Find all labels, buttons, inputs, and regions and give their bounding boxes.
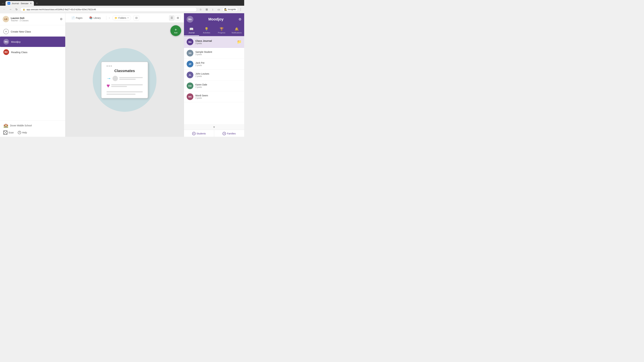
card-line-4 [111, 86, 127, 87]
create-class-icon: + [3, 29, 9, 34]
student-posts-jackpot: 2 posts [196, 64, 242, 66]
sidebar-item-reading[interactable]: RC Reading Class [0, 47, 65, 57]
student-info-sample: Sample Student 3 posts [196, 51, 242, 56]
back-btn[interactable]: ← [2, 7, 7, 12]
card-line-6 [106, 94, 136, 95]
chevron-down-icon: ▼ [127, 17, 129, 19]
student-row-sample[interactable]: SS Sample Student 3 posts [184, 48, 244, 59]
notifications-tab-icon: 🔔 [234, 27, 239, 31]
lock-icon: 🔒 [23, 8, 25, 10]
student-avatar-mordiseem: MS [187, 93, 193, 100]
new-tab-btn[interactable]: + [34, 1, 39, 6]
browser-menu-btn[interactable]: ⋮ [239, 7, 242, 11]
notifications-tab-label: Notifications [232, 32, 242, 34]
student-avatar-johnlouises: JL [187, 71, 193, 78]
tab-activities[interactable]: 💡 Activities [199, 25, 214, 36]
active-tab[interactable]: S Journal - Seesaw ✕ [6, 1, 34, 6]
folders-label: Folders [118, 16, 126, 19]
user-name: Lauren Deli [11, 16, 28, 19]
create-new-class-btn[interactable]: + Create New Class [0, 26, 65, 36]
browser-chrome: ‹ › S Journal - Seesaw ✕ + ← → ↻ 🔒 app.s… [0, 0, 244, 13]
tab-favicon: S [8, 2, 10, 5]
add-families-btn[interactable]: + Families [214, 130, 244, 137]
classmates-title: Classmates [106, 69, 143, 73]
activities-tab-icon: 💡 [204, 27, 209, 31]
journal-tab-label: Journal [188, 32, 194, 34]
circle-background: Classmates → [93, 48, 156, 112]
person-avatar [112, 76, 118, 81]
tab-library[interactable]: 📚 Library [86, 15, 104, 21]
panel-settings-icon[interactable]: ⚙ [238, 17, 242, 21]
class-journal-row[interactable]: Mo Class Journal 3 posts 📁 [184, 36, 244, 48]
panel-header: Mo Moodjoy ⚙ [184, 13, 244, 25]
nav-prev-tab[interactable]: ‹ › [1, 2, 5, 5]
student-avatar-karendale: KD [187, 82, 193, 89]
students-label: Students [196, 132, 206, 135]
card-dot-3 [110, 65, 112, 67]
settings-icon[interactable]: ⚙ [60, 17, 62, 21]
panel-class-avatar: Mo [187, 16, 193, 23]
help-btn[interactable]: ? Help [18, 131, 27, 135]
student-row-mordiseem[interactable]: MS Mordi Seem 2 posts [184, 91, 244, 102]
class-journal-info: Class Journal 3 posts [196, 39, 235, 44]
card-lines-2 [111, 84, 143, 87]
help-label: Help [22, 131, 27, 134]
bookmark-btn[interactable]: ☆ [198, 7, 203, 12]
card-row-2: ♥ [106, 82, 143, 89]
address-bar[interactable]: 🔒 app.seesaw.me/#/class/class.e01bf4c2-9… [20, 7, 197, 12]
add-students-btn[interactable]: + Students [184, 130, 214, 137]
pages-icon: 📄 [72, 16, 75, 19]
grid-view-btn[interactable]: ⊞ [175, 15, 180, 21]
create-class-label: Create New Class [11, 30, 31, 33]
panel-scroll-down-btn[interactable]: ▼ [184, 124, 244, 130]
classmates-card: Classmates → [101, 62, 148, 98]
add-plus-icon: + [174, 28, 177, 32]
extensions-btn[interactable]: ⊞ [204, 7, 209, 12]
panel-tabs: 📖 Journal 💡 Activities 🏆 Progress 🔔 Noti… [184, 25, 244, 36]
avatar-initials: LD [4, 18, 7, 20]
card-line-3 [111, 84, 143, 85]
scan-btn[interactable]: Scan [3, 131, 14, 135]
progress-tab-icon: 🏆 [220, 27, 224, 31]
tab-progress[interactable]: 🏆 Progress [214, 25, 229, 36]
cast-btn[interactable]: ▭ [216, 7, 221, 12]
help-icon: ? [18, 131, 21, 134]
student-row-karendale[interactable]: KD Karen Dale 2 posts [184, 80, 244, 91]
folders-btn[interactable]: 📁 Folders ▼ [112, 15, 131, 20]
add-button[interactable]: + Add [170, 25, 181, 36]
download-btn[interactable]: ↓ [210, 7, 215, 12]
toolbar-tabs: 📄 Pages 📚 Library [69, 15, 104, 21]
tab-pages[interactable]: 📄 Pages [69, 15, 85, 21]
student-row-johnlouises[interactable]: JL John Louises 2 posts [184, 69, 244, 80]
filter-icon: ⊟ [135, 16, 138, 19]
user-role: Teacher - 2 Classes [11, 19, 28, 22]
library-icon: 📚 [89, 16, 92, 19]
refresh-btn[interactable]: ↻ [14, 7, 19, 12]
student-name-sample: Sample Student [196, 51, 242, 53]
student-row-jackpot[interactable]: JP Jack Pot 2 posts [184, 59, 244, 69]
sidebar: LD Lauren Deli Teacher - 2 Classes ⚙ + C… [0, 13, 66, 137]
student-name-johnlouises: John Louises [196, 72, 242, 75]
student-info-johnlouises: John Louises 2 posts [196, 72, 242, 77]
tab-notifications[interactable]: 🔔 Notifications [229, 25, 244, 36]
card-line-5 [106, 91, 143, 92]
tab-journal[interactable]: 📖 Journal [184, 25, 199, 36]
list-view-btn[interactable]: ☰ [169, 15, 174, 21]
forward-btn[interactable]: → [8, 7, 13, 12]
sidebar-item-moodjoy[interactable]: Mo Moodjoy [0, 36, 65, 47]
class-journal-avatar: Mo [187, 38, 193, 45]
class-avatar-reading: RC [3, 49, 9, 55]
filter-btn[interactable]: ⊟ [134, 15, 139, 21]
card-content: → ♥ [106, 76, 143, 95]
card-line-1 [119, 77, 143, 78]
class-journal-title: Class Journal [196, 39, 235, 42]
class-journal-folder-icon: 📁 [237, 40, 242, 44]
incognito-badge[interactable]: 🕵 Incognito [222, 7, 238, 11]
card-header-dots [106, 65, 143, 67]
card-lines [119, 77, 143, 80]
tab-library-label: Library [94, 16, 101, 19]
incognito-icon: 🕵 [224, 8, 227, 11]
main-toolbar: 📄 Pages 📚 Library › 📁 Folders ▼ ⊟ [66, 13, 184, 23]
breadcrumb-arrow: › [109, 16, 110, 19]
tab-close-btn[interactable]: ✕ [30, 2, 32, 5]
